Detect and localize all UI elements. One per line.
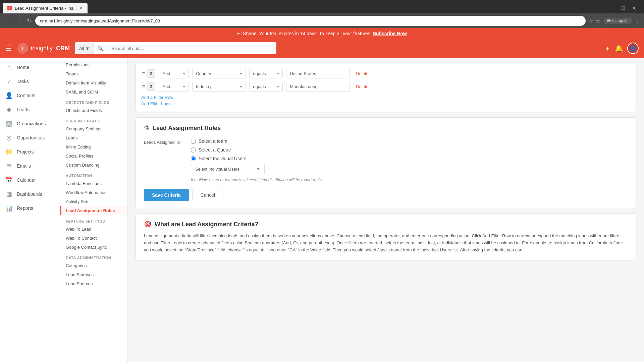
filter-add-links: Add a Filter Row Add Filter Logic (141, 95, 630, 106)
organizations-icon: 🏢 (5, 120, 13, 127)
search-all-label: All (79, 46, 84, 51)
sidebar-item-reports[interactable]: 📊 Reports (0, 201, 60, 215)
tab-close-button[interactable]: ✕ (79, 6, 83, 10)
settings-nav-saml[interactable]: SAML and SCIM (60, 87, 127, 97)
delete-filter-2-link[interactable]: Delete (356, 71, 369, 76)
filter-field-select-2[interactable]: Country (192, 69, 246, 78)
radio-individual-label[interactable]: Select Individual Users (199, 156, 246, 161)
calendar-icon: 📅 (5, 176, 13, 184)
settings-nav-leads-ui[interactable]: Leads (60, 133, 127, 142)
sidebar-item-calendar[interactable]: 📅 Calendar (0, 173, 60, 187)
address-input[interactable] (35, 16, 586, 26)
sidebar-item-contacts-label: Contacts (17, 93, 35, 98)
back-button[interactable]: ← (4, 16, 12, 25)
forward-button[interactable]: → (15, 16, 23, 25)
sidebar-item-leads[interactable]: ◈ Leads (0, 103, 60, 117)
settings-nav-activity[interactable]: Activity Sets (60, 197, 127, 206)
filter-badge-3: 3 (147, 82, 155, 91)
main-content: ⚗ 2 And Or Country equals not equals (127, 58, 644, 362)
sidebar-item-dashboards[interactable]: ▦ Dashboards (0, 187, 60, 201)
sidebar-item-tasks-label: Tasks (17, 79, 29, 84)
cancel-button[interactable]: Cancel (192, 189, 224, 201)
user-avatar[interactable]: 👤 (627, 43, 639, 54)
settings-nav-permissions[interactable]: Permissions (60, 60, 127, 69)
settings-nav-branding[interactable]: Custom Branding (60, 161, 127, 170)
sidebar-item-projects[interactable]: 📁 Projects (0, 145, 60, 159)
radio-individual[interactable] (191, 156, 196, 161)
tab-title: Lead Assignment Criteria - Ins... (15, 6, 77, 11)
sidebar-item-contacts[interactable]: 👤 Contacts (0, 88, 60, 103)
close-button[interactable]: ✕ (629, 3, 639, 13)
notifications-button[interactable]: 🔔 (615, 44, 623, 52)
individual-users-dropdown[interactable]: Select Individual Users ▼ (191, 164, 265, 174)
settings-nav-lead-assignment[interactable]: Lead Assignment Rules (60, 206, 127, 215)
search-input[interactable] (107, 46, 276, 51)
tasks-icon: ✓ (5, 78, 13, 85)
sidebar-item-organizations[interactable]: 🏢 Organizations (0, 117, 60, 131)
sidebar-item-emails[interactable]: ✉ Emails (0, 159, 60, 173)
browser-tab[interactable]: i Lead Assignment Criteria - Ins... ✕ (3, 3, 88, 13)
sidebar-item-opportunities[interactable]: ◎ Opportunities (0, 131, 60, 145)
settings-nav-company[interactable]: Company Settings (60, 124, 127, 133)
subscribe-link[interactable]: Subscribe Now (373, 31, 407, 36)
sidebar-item-home-label: Home (17, 65, 29, 70)
add-filter-row-link[interactable]: Add a Filter Row (141, 95, 630, 100)
search-bar: All ▼ 🔍 (75, 42, 276, 54)
settings-nav-social[interactable]: Social Profiles (60, 152, 127, 161)
sidebar-item-opportunities-label: Opportunities (17, 135, 45, 140)
incognito-badge: 🕶 Incognito (603, 18, 632, 24)
settings-nav-inline[interactable]: Inline Editing (60, 142, 127, 152)
settings-nav-lead-statuses[interactable]: Lead Statuses (60, 270, 127, 279)
radio-queue[interactable] (191, 147, 196, 153)
tab-favicon: i (7, 6, 12, 10)
radio-team-label[interactable]: Select a team (199, 138, 227, 144)
settings-nav-teams[interactable]: Teams (60, 69, 127, 78)
settings-nav-categories[interactable]: Categories (60, 261, 127, 270)
sidebar-item-calendar-label: Calendar (17, 177, 36, 183)
delete-filter-3-link[interactable]: Delete (356, 84, 369, 89)
new-tab-button[interactable]: + (88, 5, 97, 12)
filter-row-num-2: ⚗ 2 (141, 69, 155, 78)
form-content: Select a team Select a Queue Select Indi… (191, 138, 628, 182)
add-button[interactable]: ＋ (604, 44, 611, 53)
search-all-button[interactable]: All ▼ (75, 42, 94, 54)
settings-nav-lead-sources[interactable]: Lead Sources (60, 279, 127, 288)
info-title: 🎯 What are Lead Assignment Criteria? (144, 221, 628, 228)
menu-icon[interactable]: ⋮ (635, 18, 640, 24)
filter-logic-select-2[interactable]: And Or (159, 69, 189, 78)
filter-operator-select-3[interactable]: equals not equals (249, 82, 283, 92)
settings-nav-web-contact[interactable]: Web To Contact (60, 234, 127, 243)
cast-icon[interactable]: ▭ (596, 18, 601, 24)
filter-logic-select-3[interactable]: And Or (159, 82, 189, 92)
filter-field-select-3[interactable]: Industry (192, 82, 246, 92)
radio-team[interactable] (191, 139, 196, 144)
settings-nav-lambda[interactable]: Lambda Functions (60, 179, 127, 188)
filter-value-input-2[interactable] (286, 69, 350, 78)
filter-operator-select-2[interactable]: equals not equals (249, 69, 283, 78)
bookmark-icon[interactable]: ☆ (588, 18, 593, 24)
app-logo[interactable]: i insightly CRM (17, 42, 70, 54)
settings-nav-google-contact[interactable]: Google Contact Sync (60, 243, 127, 252)
settings-nav-workflow[interactable]: Workflow Automation (60, 188, 127, 197)
opportunities-icon: ◎ (5, 134, 13, 141)
button-row: Save Criteria Cancel (144, 189, 628, 201)
radio-queue-label[interactable]: Select a Queue (199, 147, 231, 153)
incognito-icon: 🕶 (607, 18, 611, 23)
hamburger-button[interactable]: ☰ (5, 44, 11, 52)
browser-chrome: i Lead Assignment Criteria - Ins... ✕ + … (0, 0, 644, 28)
sidebar-item-reports-label: Reports (17, 205, 33, 211)
browser-address-bar: ← → ↻ ☆ ▭ 🕶 Incognito ⋮ (0, 13, 644, 28)
save-criteria-button[interactable]: Save Criteria (144, 189, 189, 201)
settings-section-objects: Objects and Fields (60, 97, 127, 106)
minimize-button[interactable]: − (608, 3, 617, 13)
settings-nav-objects-fields[interactable]: Objects and Fields (60, 106, 127, 115)
sidebar-item-home[interactable]: ⌂ Home (0, 60, 60, 74)
settings-nav-default-visibility[interactable]: Default Item Visibility (60, 78, 127, 87)
maximize-button[interactable]: □ (619, 3, 628, 13)
settings-nav-web-lead[interactable]: Web To Lead (60, 225, 127, 234)
sidebar-item-tasks[interactable]: ✓ Tasks (0, 74, 60, 88)
reload-button[interactable]: ↻ (25, 16, 33, 25)
filter-value-input-3[interactable] (286, 82, 350, 92)
form-label: Leads Assigned To: (144, 138, 191, 182)
add-filter-logic-link[interactable]: Add Filter Logic (141, 101, 630, 106)
